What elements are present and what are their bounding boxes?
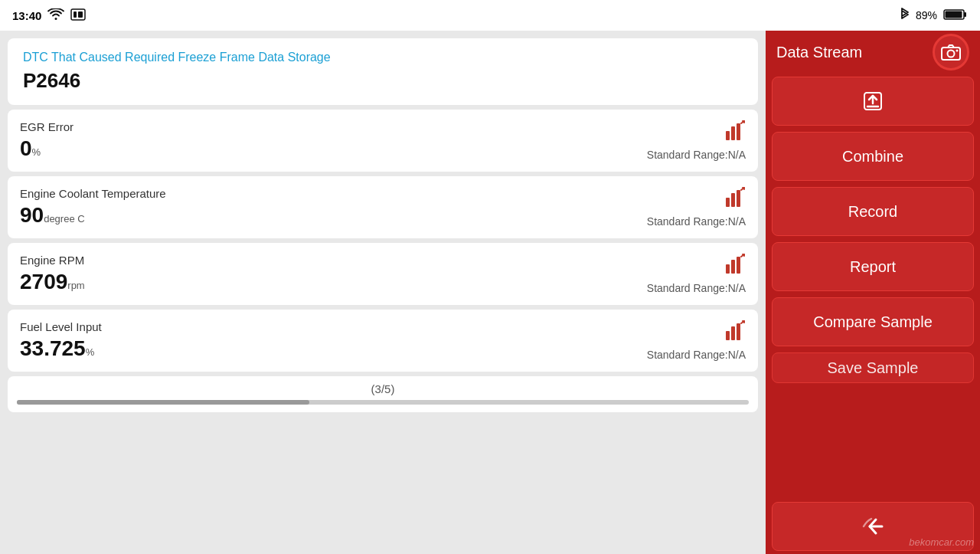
sensor-value-0: 0: [20, 136, 32, 160]
sensor-range-1: Standard Range:N/A: [647, 215, 746, 228]
bluetooth-icon: [900, 8, 910, 24]
pagination-container: (3/5): [8, 376, 758, 412]
sensor-value-row-3: 33.725% Standard Range:N/A: [20, 336, 746, 361]
svg-rect-14: [737, 257, 740, 274]
svg-rect-6: [726, 131, 730, 140]
sidebar-title: Data Stream: [776, 44, 862, 61]
svg-rect-5: [946, 11, 962, 18]
save-sample-button[interactable]: Save Sample: [772, 352, 974, 383]
svg-rect-10: [731, 193, 735, 207]
sensor-value-unit-0: 0%: [20, 136, 41, 161]
chart-icon-3[interactable]: [724, 320, 746, 346]
svg-rect-8: [737, 123, 740, 140]
time-display: 13:40: [12, 9, 41, 22]
svg-rect-17: [737, 323, 740, 340]
chart-icon-0[interactable]: [724, 120, 746, 146]
sensor-card-2: Engine RPM 2709rpm Standard Range:N/A: [8, 243, 758, 305]
sensor-card-3: Fuel Level Input 33.725% Standard Range:…: [8, 310, 758, 372]
svg-rect-4: [964, 12, 966, 17]
sensor-unit-0: %: [32, 146, 41, 158]
status-left: 13:40: [12, 8, 86, 23]
chart-icon-1[interactable]: [724, 187, 746, 213]
sensor-unit-1: degree C: [44, 213, 84, 225]
sensor-card-0: EGR Error 0% Standard Range:N/A: [8, 110, 758, 172]
svg-point-19: [948, 51, 955, 57]
scroll-bar[interactable]: [17, 400, 749, 405]
svg-rect-13: [731, 260, 735, 274]
battery-percent: 89%: [916, 9, 937, 21]
sensor-value-row-1: 90degree C Standard Range:N/A: [20, 203, 746, 228]
content-area: DTC That Caused Required Freeze Frame Da…: [0, 31, 766, 554]
dtc-card: DTC That Caused Required Freeze Frame Da…: [8, 38, 758, 105]
camera-button[interactable]: [933, 34, 969, 70]
pagination-label: (3/5): [17, 382, 749, 395]
svg-rect-1: [74, 11, 77, 18]
sensor-unit-3: %: [86, 346, 95, 358]
watermark: bekomcar.com: [909, 536, 974, 548]
status-bar: 13:40 89%: [0, 0, 980, 31]
combine-button[interactable]: Combine: [772, 132, 974, 181]
main-container: DTC That Caused Required Freeze Frame Da…: [0, 31, 980, 554]
sensor-card-1: Engine Coolant Temperature 90degree C St…: [8, 176, 758, 238]
sidebar-header: Data Stream: [766, 31, 980, 74]
dtc-code: P2646: [23, 69, 743, 93]
record-button[interactable]: Record: [772, 187, 974, 236]
sensor-value-1: 90: [20, 203, 44, 227]
status-right: 89%: [900, 8, 968, 24]
svg-point-20: [956, 50, 959, 52]
sensor-label-0: EGR Error: [20, 120, 746, 133]
sensor-value-2: 2709: [20, 270, 67, 293]
chart-icon-2[interactable]: [724, 254, 746, 280]
sensor-label-1: Engine Coolant Temperature: [20, 187, 746, 200]
sensor-value-row-2: 2709rpm Standard Range:N/A: [20, 270, 746, 294]
dtc-title: DTC That Caused Required Freeze Frame Da…: [23, 51, 743, 64]
wifi-icon: [47, 8, 64, 23]
svg-rect-11: [737, 190, 740, 207]
sidebar: Data Stream Combine Record: [766, 31, 980, 554]
battery-icon: [943, 8, 968, 23]
sensor-value-unit-1: 90degree C: [20, 203, 85, 228]
sensor-range-2: Standard Range:N/A: [647, 282, 746, 294]
svg-rect-7: [731, 126, 735, 140]
sensor-value-unit-2: 2709rpm: [20, 270, 85, 294]
export-button[interactable]: [772, 77, 974, 126]
svg-rect-2: [78, 11, 83, 18]
sensor-value-3: 33.725: [20, 336, 86, 360]
sensor-range-0: Standard Range:N/A: [647, 149, 746, 161]
sensor-value-unit-3: 33.725%: [20, 336, 94, 361]
svg-rect-15: [726, 331, 730, 340]
sim-icon: [70, 8, 86, 23]
svg-rect-9: [726, 198, 730, 207]
sensor-label-3: Fuel Level Input: [20, 320, 746, 333]
compare-sample-button[interactable]: Compare Sample: [772, 297, 974, 346]
sensor-unit-2: rpm: [67, 280, 84, 291]
sensor-range-3: Standard Range:N/A: [647, 349, 746, 361]
svg-rect-18: [942, 48, 960, 60]
sensor-label-2: Engine RPM: [20, 254, 746, 267]
report-button[interactable]: Report: [772, 242, 974, 291]
scroll-thumb: [17, 400, 309, 405]
svg-rect-16: [731, 326, 735, 340]
svg-rect-12: [726, 264, 730, 274]
sensor-value-row-0: 0% Standard Range:N/A: [20, 136, 746, 161]
